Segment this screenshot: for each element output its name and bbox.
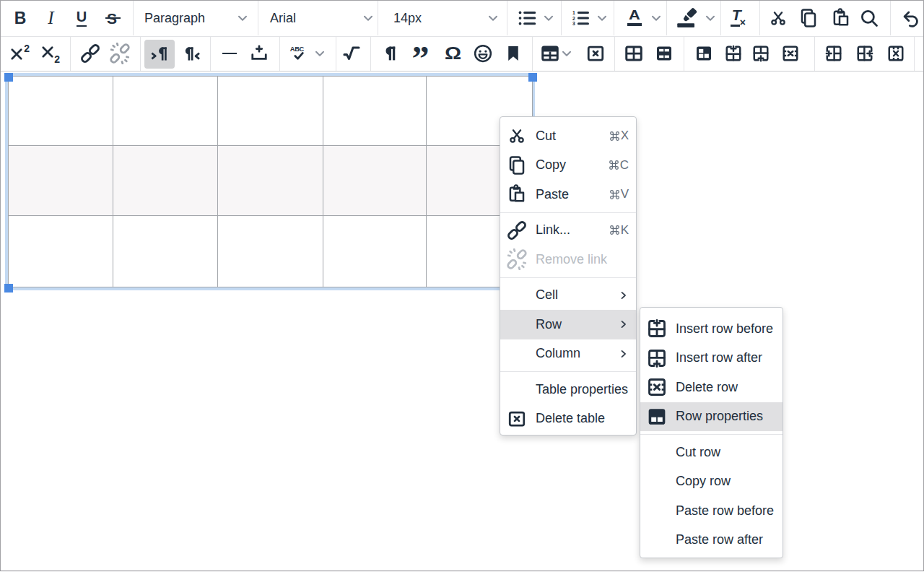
svg-text:2: 2 <box>572 16 575 21</box>
svg-text:3: 3 <box>572 21 575 26</box>
svg-text:1: 1 <box>572 10 575 15</box>
svg-text:”: ” <box>412 44 430 63</box>
svg-text:ABC: ABC <box>290 46 305 53</box>
